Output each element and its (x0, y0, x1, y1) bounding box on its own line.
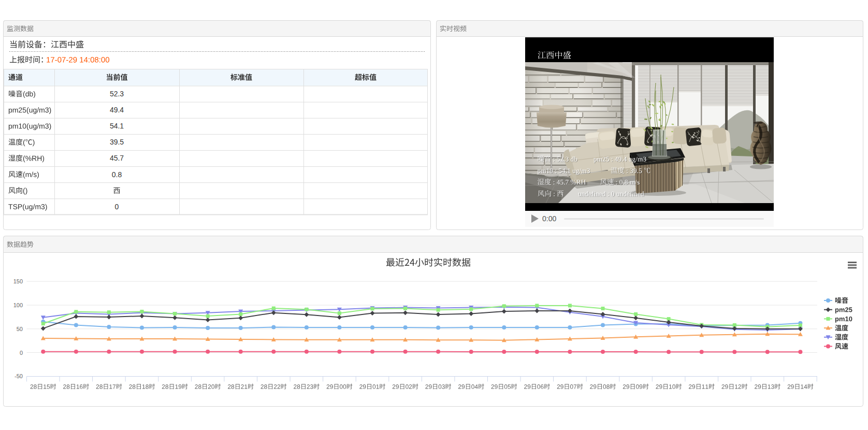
svg-text:52.3: 52.3 (110, 90, 124, 98)
svg-text:-50: -50 (15, 373, 23, 379)
svg-text:50: 50 (17, 326, 23, 332)
svg-text:0: 0 (20, 350, 23, 356)
svg-text:54.1: 54.1 (110, 122, 124, 130)
svg-text:45.7: 45.7 (110, 154, 124, 162)
svg-text:100: 100 (13, 302, 23, 308)
svg-text:39.5: 39.5 (110, 138, 124, 146)
svg-text:0:00: 0:00 (542, 214, 556, 223)
svg-text:0: 0 (115, 203, 119, 211)
svg-text:150: 150 (13, 278, 23, 284)
svg-text:0.8: 0.8 (112, 170, 122, 179)
svg-text:49.4: 49.4 (110, 106, 124, 114)
